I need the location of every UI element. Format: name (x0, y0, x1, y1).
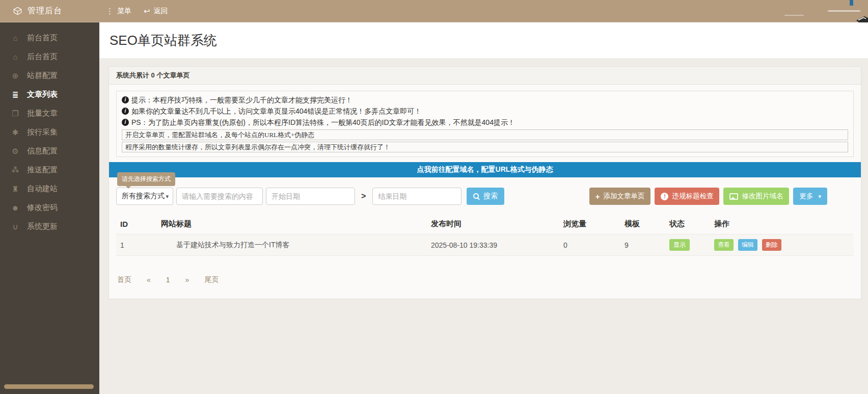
chevron-down-icon: ▾ (166, 193, 169, 200)
mouse-cursor-icon (856, 15, 868, 24)
gear-icon: ⚙ (10, 147, 20, 156)
notice-box: i 提示：本程序技巧特殊，一般需要至少几千的文章才能支撑完美运行！ i 如果你的… (116, 91, 854, 157)
info-circle-icon: i (122, 108, 129, 115)
list-icon: ≣ (10, 90, 20, 99)
pagination-next[interactable]: » (185, 276, 189, 284)
title-check-label: 违规标题检查 (672, 192, 713, 201)
cell-publish-time: 2025-08-10 19:33:39 (427, 234, 559, 256)
search-icon (473, 193, 480, 200)
copy-icon: ❐ (10, 109, 20, 118)
pagination: 首页 « 1 » 尾页 (116, 275, 854, 284)
sidebar-item-admin-home[interactable]: ⌂ 后台首页 (0, 47, 99, 66)
sidebar-scrollbar[interactable] (4, 384, 94, 389)
content-area: 系统共累计 0 个文章单页 i 提示：本程序技巧特殊，一般需要至少几千的文章才能… (99, 58, 868, 299)
artifact-scribble (784, 15, 804, 16)
col-title: 网站标题 (157, 214, 427, 234)
home-icon: ⌂ (10, 34, 20, 42)
col-template: 模板 (620, 214, 665, 234)
sidebar-item-article-list[interactable]: ≣ 文章列表 (0, 85, 99, 104)
cell-title: 基于建站技术与致力打造一个IT博客 (157, 234, 427, 256)
pagination-page-1[interactable]: 1 (166, 276, 170, 284)
article-panel: 系统共累计 0 个文章单页 i 提示：本程序技巧特殊，一般需要至少几千的文章才能… (108, 66, 861, 299)
menu-toggle[interactable]: ⋮ 菜单 (106, 7, 131, 16)
sidebar-item-label: 按行采集 (27, 127, 58, 137)
col-publish-time: 发布时间 (427, 214, 559, 234)
page-title-band: SEO单页站群系统 (99, 22, 868, 58)
search-keyword-input[interactable] (176, 188, 263, 205)
sidebar: ⌂ 前台首页 ⌂ 后台首页 ⊕ 站群配置 ≣ 文章列表 ❐ 批量文章 ✱ 按行采… (0, 22, 99, 394)
home-icon: ⌂ (10, 52, 20, 61)
add-article-label: 添加文章单页 (603, 192, 644, 201)
cell-operations: 查看 编辑 删除 (710, 234, 854, 256)
col-views: 浏览量 (559, 214, 620, 234)
cell-status: 显示 (665, 234, 710, 256)
table-row: 1 基于建站技术与致力打造一个IT博客 2025-08-10 19:33:39 … (116, 234, 854, 256)
brand[interactable]: 管理后台 (0, 6, 99, 16)
sidebar-item-label: 推送配置 (27, 165, 58, 175)
status-badge[interactable]: 显示 (669, 239, 690, 251)
menu-toggle-label: 菜单 (117, 7, 131, 16)
vertical-dots-icon: ⋮ (106, 7, 114, 16)
search-method-select[interactable]: 所有搜索方式 ▾ (116, 188, 173, 205)
title-check-button[interactable]: ! 违规标题检查 (655, 188, 719, 205)
delete-button[interactable]: 删除 (762, 239, 781, 251)
bank-icon: ♜ (10, 185, 20, 194)
search-button-label: 搜索 (483, 192, 498, 201)
main-content: SEO单页站群系统 系统共累计 0 个文章单页 i 提示：本程序技巧特殊，一般需… (99, 22, 868, 394)
pagination-first[interactable]: 首页 (117, 275, 131, 284)
cell-views: 0 (559, 234, 620, 256)
search-button[interactable]: 搜索 (467, 188, 504, 205)
edit-button[interactable]: 编辑 (738, 239, 757, 251)
sidebar-item-label: 后台首页 (27, 52, 58, 62)
plus-icon: + (595, 192, 600, 201)
config-domain-banner[interactable]: 点我前往配置域名，配置URL格式与伪静态 (109, 162, 861, 177)
sidebar-item-info-config[interactable]: ⚙ 信息配置 (0, 142, 99, 161)
col-id: ID (116, 214, 157, 234)
sidebar-item-push-config[interactable]: ⁂ 推送配置 (0, 161, 99, 179)
notice-text: 如果你的文章量达不到几千以上，访问文章单页显示404错误是正常情况！多弄点文章即… (131, 106, 421, 117)
sidebar-item-label: 站群配置 (27, 71, 58, 81)
sidebar-item-auto-build[interactable]: ♜ 自动建站 (0, 179, 99, 198)
start-date-input[interactable] (266, 188, 355, 205)
sidebar-item-label: 前台首页 (27, 33, 58, 43)
sidebar-item-change-password[interactable]: ☻ 修改密码 (0, 198, 99, 217)
sidebar-item-label: 系统更新 (27, 222, 58, 231)
note-line: 程序采用的数量统计缓存，所以文章列表显示偶尔存在一点冲突，清理下统计缓存就行了！ (122, 142, 848, 152)
cube-logo-icon (13, 7, 22, 15)
modify-image-domain-button[interactable]: 修改图片域名 (723, 188, 789, 205)
panel-header: 系统共累计 0 个文章单页 (109, 67, 861, 85)
info-circle-icon: i (122, 96, 129, 103)
notice-line: i 如果你的文章量达不到几千以上，访问文章单页显示404错误是正常情况！多弄点文… (122, 106, 848, 117)
back-arrow-icon: ↩ (144, 7, 150, 16)
pagination-last[interactable]: 尾页 (204, 275, 219, 284)
users-icon: ⁂ (10, 166, 20, 175)
back-button[interactable]: ↩ 返回 (144, 7, 168, 16)
sidebar-item-front-home[interactable]: ⌂ 前台首页 (0, 29, 99, 47)
search-toolbar: 请先选择搜索方式 所有搜索方式 ▾ > 搜索 + (116, 188, 854, 205)
exclamation-circle-icon: ! (661, 193, 668, 200)
sidebar-item-label: 批量文章 (27, 109, 58, 118)
cell-id: 1 (116, 234, 157, 256)
artifact-scribble (828, 10, 860, 12)
end-date-input[interactable] (372, 188, 462, 205)
sidebar-item-line-collect[interactable]: ✱ 按行采集 (0, 123, 99, 142)
sidebar-item-label: 自动建站 (27, 184, 58, 194)
sidebar-item-cluster-config[interactable]: ⊕ 站群配置 (0, 66, 99, 85)
chevron-right-icon: > (361, 192, 366, 201)
sidebar-menu: ⌂ 前台首页 ⌂ 后台首页 ⊕ 站群配置 ≣ 文章列表 ❐ 批量文章 ✱ 按行采… (0, 22, 99, 236)
pagination-prev[interactable]: « (147, 276, 151, 284)
sidebar-item-batch-articles[interactable]: ❐ 批量文章 (0, 104, 99, 123)
notice-line: i PS：为了防止单页内容重复(伪原创)，所以本程序ID算法特殊，一般第40页后… (122, 117, 848, 128)
more-label: 更多 (799, 192, 813, 201)
more-dropdown-button[interactable]: 更多 ▾ (793, 188, 827, 205)
sidebar-item-system-update[interactable]: ∪ 系统更新 (0, 217, 99, 236)
brand-title: 管理后台 (28, 6, 62, 16)
panel-body: i 提示：本程序技巧特殊，一般需要至少几千的文章才能支撑完美运行！ i 如果你的… (109, 85, 861, 299)
view-button[interactable]: 查看 (714, 239, 734, 251)
asterisk-icon: ✱ (10, 128, 20, 137)
page-title: SEO单页站群系统 (110, 32, 217, 49)
artifact-blue-speck (850, 0, 853, 6)
article-table: ID 网站标题 发布时间 浏览量 模板 状态 操作 1 基于建站技术与致力打造一 (116, 214, 854, 256)
add-article-button[interactable]: + 添加文章单页 (589, 188, 651, 205)
col-status: 状态 (665, 214, 710, 234)
